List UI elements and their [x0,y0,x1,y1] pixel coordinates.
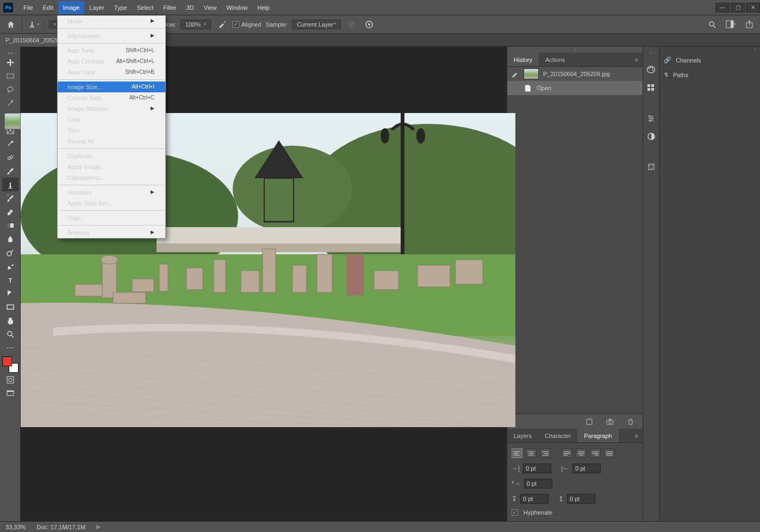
history-source[interactable]: P_20150604_205209.jpg [507,67,643,81]
adjust-panel-icon[interactable] [646,112,657,123]
menu-item-auto-tone[interactable]: Auto ToneShift+Ctrl+L [58,45,165,56]
tab-character[interactable]: Character [538,429,577,442]
tool-lasso[interactable] [2,83,18,96]
tool-hand[interactable] [2,314,18,327]
share-icon[interactable] [743,18,756,31]
airbrush-icon[interactable] [215,18,228,31]
menu-item-trim[interactable]: Trim... [58,125,165,136]
menu-item-calculations[interactable]: Calculations... [58,172,165,183]
hyphenate-checkbox[interactable]: ✓Hyphenate [512,509,638,516]
justify-last-right-button[interactable] [590,448,601,458]
indent-left-field[interactable]: →|0 pt [512,464,551,473]
sample-select[interactable]: Current Layer▾ [292,20,341,29]
space-after-field[interactable]: ↥0 pt [558,494,595,504]
align-left-button[interactable] [512,448,522,458]
menu-item-auto-color[interactable]: Auto ColorShift+Ctrl+B [58,67,165,78]
menu-item-analysis[interactable]: Analysis▶ [58,227,165,238]
menu-item-duplicate[interactable]: Duplicate... [58,151,165,161]
tool-heal[interactable] [2,151,18,164]
tab-actions[interactable]: Actions [539,53,571,66]
trash-icon[interactable] [624,415,637,428]
tool-brush[interactable] [2,164,18,178]
tool-wand[interactable] [2,96,18,110]
home-icon[interactable] [4,18,17,31]
tool-zoom[interactable] [2,327,18,341]
tools-grip-icon[interactable]: ▸◂ [2,50,18,55]
tool-more-icon[interactable]: ⋯ [2,341,18,354]
menu-3d[interactable]: 3D [182,1,199,14]
tool-gradient[interactable] [2,218,18,232]
align-right-button[interactable] [540,448,551,458]
panel-menu-icon[interactable]: ≡ [631,57,643,63]
tab-history[interactable]: History [507,53,539,66]
tool-rect[interactable] [2,300,18,314]
menu-help[interactable]: Help [253,1,275,14]
maximize-button[interactable]: ▢ [731,3,745,12]
quick-mask-icon[interactable] [2,373,18,386]
stamp-preset-icon[interactable]: ▾ [27,18,40,31]
menu-item-adjustments[interactable]: Adjustments▶ [58,30,165,41]
history-entry[interactable]: 📄Open [507,81,643,95]
panel-tab-channels[interactable]: 🔗Channels [659,53,760,67]
aligned-checkbox[interactable]: ✓Aligned [233,21,261,28]
pressure-size-icon[interactable] [363,18,376,31]
collapse-dock-icon[interactable]: » [507,47,643,53]
menu-item-auto-contrast[interactable]: Auto ContrastAlt+Shift+Ctrl+L [58,56,165,67]
color-panel-icon[interactable] [646,64,657,74]
status-arrow-icon[interactable]: ▶ [96,523,101,530]
tab-paragraph[interactable]: Paragraph [577,429,618,442]
tool-stamp[interactable] [2,178,18,191]
tool-move[interactable] [2,55,18,69]
menu-item-apply-image[interactable]: Apply Image... [58,161,165,172]
tool-eyedrop[interactable] [2,137,18,151]
justify-all-button[interactable] [604,448,615,458]
space-before-field[interactable]: ↧0 pt [512,494,549,504]
menu-window[interactable]: Window [221,1,252,14]
justify-last-center-button[interactable] [576,448,587,458]
tool-blur[interactable] [2,232,18,246]
first-line-field[interactable]: *→0 pt [512,479,552,489]
menu-file[interactable]: File [18,1,38,14]
minimize-button[interactable]: — [715,3,730,12]
ignore-adjustments-icon[interactable] [345,18,358,31]
collapse-props-icon[interactable]: « [659,47,760,53]
collapse-strip-icon[interactable]: « [650,50,652,56]
menu-item-mode[interactable]: Mode▶ [58,16,165,27]
menu-edit[interactable]: Edit [38,1,58,14]
tool-type[interactable]: T [2,273,18,286]
tool-history[interactable] [2,191,18,205]
tool-path[interactable] [2,286,18,300]
create-doc-icon[interactable] [583,415,596,428]
swatches-panel-icon[interactable] [646,82,657,93]
align-center-button[interactable] [526,448,537,458]
flow-input[interactable]: 100%▾ [180,20,211,29]
panel-menu-icon[interactable]: ≡ [631,433,643,439]
workspace-icon[interactable]: ▾ [724,18,737,31]
3d-panel-icon[interactable] [646,161,657,172]
justify-last-left-button[interactable] [562,448,572,458]
tab-layers[interactable]: Layers [507,429,538,442]
zoom-value[interactable]: 33,33% [5,524,26,530]
menu-layer[interactable]: Layer [84,1,109,14]
panel-label: Channels [676,57,701,64]
tool-pen[interactable] [2,259,18,273]
tool-dodge[interactable] [2,246,18,259]
menu-view[interactable]: View [199,1,222,14]
menu-image[interactable]: Image [58,1,85,14]
tool-marquee[interactable] [2,69,18,83]
menu-filter[interactable]: Filter [158,1,181,14]
panel-tab-paths[interactable]: ↯Paths [659,67,760,82]
menu-type[interactable]: Type [109,1,132,14]
search-icon[interactable] [706,18,719,31]
menu-select[interactable]: Select [132,1,159,14]
foreground-background-swatch[interactable] [2,356,18,373]
screen-mode-icon[interactable] [2,386,18,400]
menu-item-image-rotation[interactable]: Image Rotation▶ [58,103,165,114]
styles-panel-icon[interactable] [646,131,657,142]
close-window-button[interactable]: ✕ [746,3,760,12]
indent-right-field[interactable]: |←0 pt [561,464,601,473]
snapshot-icon[interactable] [603,415,616,428]
menu-item-image-size[interactable]: Image Size...Alt+Ctrl+I [58,82,165,92]
menu-item-canvas-size[interactable]: Canvas Size...Alt+Ctrl+C [58,92,165,103]
tool-eraser[interactable] [2,205,18,218]
